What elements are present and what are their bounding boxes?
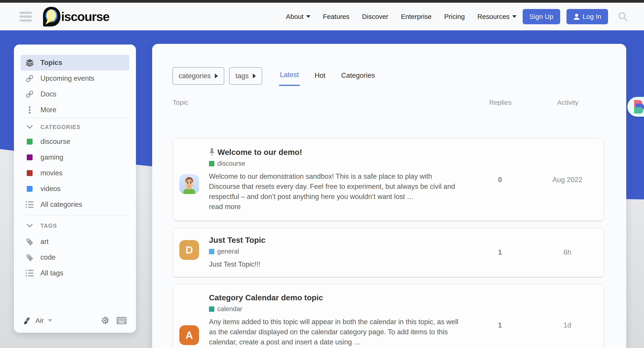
ellipsis-vertical-icon (25, 105, 34, 114)
main-content-card: categories tags Latest Hot Categories To… (152, 44, 626, 348)
nav-resources[interactable]: Resources (477, 13, 516, 21)
chevron-down-icon (25, 223, 34, 228)
sidebar-tag-code[interactable]: code (21, 249, 129, 265)
paintbrush-icon (23, 316, 32, 325)
category-color-swatch (209, 161, 214, 166)
tag-label: code (40, 253, 56, 261)
sidebar: Topics Upcoming events Docs More CATEGO (14, 45, 136, 333)
avatar-illustrated-person[interactable] (179, 174, 199, 194)
layers-icon (25, 58, 34, 67)
discourse-logo-mark (42, 6, 61, 27)
sidebar-item-label: More (40, 106, 56, 114)
nav-features[interactable]: Features (323, 13, 350, 21)
sidebar-item-label: Docs (40, 90, 56, 98)
nav-about[interactable]: About (286, 13, 310, 21)
categories-filter-dropdown[interactable]: categories (172, 67, 224, 85)
primary-nav: About Features Discover Enterprise Prici… (286, 13, 516, 21)
category-name: discourse (217, 160, 245, 167)
sidebar-category-gaming[interactable]: gaming (21, 150, 129, 165)
avatar-letter[interactable]: A (179, 325, 199, 345)
nav-enterprise[interactable]: Enterprise (401, 13, 432, 21)
log-in-button[interactable]: Log In (566, 9, 608, 24)
logo-wordmark: iscourse (61, 9, 109, 24)
theme-brightness-icon[interactable] (100, 316, 110, 325)
person-icon (573, 13, 580, 20)
topic-list-tabs: Latest Hot Categories (272, 66, 383, 86)
theme-picker[interactable]: Air (23, 316, 52, 325)
sidebar-item-label: Topics (40, 59, 62, 67)
tab-hot[interactable]: Hot (314, 67, 326, 85)
sidebar-tag-art[interactable]: art (21, 234, 129, 249)
category-color-swatch (27, 139, 32, 145)
caret-down-icon (306, 15, 310, 18)
topic-row-welcome[interactable]: Welcome to our demo! discourse Welcome t… (172, 138, 604, 221)
browser-top-strip (0, 0, 644, 3)
category-label: videos (40, 185, 61, 193)
activity-time: 6h (532, 248, 603, 256)
column-topic[interactable]: Topic (172, 99, 469, 106)
sidebar-item-docs[interactable]: Docs (21, 86, 129, 102)
column-activity[interactable]: Activity (532, 99, 604, 106)
activity-time: 1d (532, 321, 603, 329)
sidebar-item-topics[interactable]: Topics (21, 55, 129, 71)
topic-category[interactable]: general (209, 248, 464, 255)
topic-table-header: Topic Replies Activity (172, 99, 604, 106)
list-icon (25, 269, 34, 277)
category-color-swatch (27, 154, 32, 160)
sidebar-footer: Air (14, 308, 136, 333)
category-color-swatch (27, 170, 32, 176)
category-color-swatch (27, 186, 32, 192)
sidebar-item-upcoming-events[interactable]: Upcoming events (21, 71, 129, 86)
avatar-letter[interactable]: D (179, 240, 199, 260)
category-color-swatch (209, 306, 214, 312)
category-label: movies (40, 169, 62, 177)
site-header: iscourse About Features Discover Enterpr… (0, 3, 644, 30)
tag-icon (25, 238, 34, 245)
sidebar-category-videos[interactable]: videos (21, 181, 129, 197)
list-icon (25, 201, 34, 208)
keyboard-icon[interactable] (116, 317, 126, 324)
sidebar-category-discourse[interactable]: discourse (21, 134, 129, 150)
topic-title[interactable]: Just Test Topic (209, 236, 464, 245)
tags-filter-dropdown[interactable]: tags (229, 67, 262, 85)
search-icon[interactable] (618, 11, 628, 22)
read-more-link[interactable]: read more (209, 202, 464, 212)
sidebar-all-categories[interactable]: All categories (21, 197, 129, 212)
tab-latest[interactable]: Latest (279, 66, 300, 86)
sidebar-category-movies[interactable]: movies (21, 165, 129, 181)
link-icon (25, 90, 34, 99)
sidebar-divider (21, 215, 129, 215)
topic-row-category-calendar[interactable]: A Category Calendar demo topic calendar … (172, 284, 604, 348)
sidebar-section-categories[interactable]: CATEGORIES (21, 120, 129, 134)
topic-title[interactable]: Welcome to our demo! (209, 148, 464, 157)
tab-categories[interactable]: Categories (340, 67, 376, 85)
topic-excerpt: Just Test Topic!!! (209, 259, 464, 269)
topic-excerpt: Welcome to our demonstration sandbox! Th… (209, 171, 464, 212)
sidebar-section-tags[interactable]: TAGS (21, 218, 129, 234)
nav-discover[interactable]: Discover (362, 13, 388, 21)
theme-name: Air (36, 317, 44, 324)
discourse-logo[interactable]: iscourse (42, 6, 109, 27)
link-icon (25, 74, 34, 83)
topic-category[interactable]: calendar (209, 305, 464, 313)
replies-count: 1 (468, 321, 532, 329)
topic-title[interactable]: Category Calendar demo topic (209, 293, 464, 302)
sign-up-button[interactable]: Sign Up (523, 9, 560, 24)
chevron-down-icon (25, 125, 34, 129)
caret-down-icon (48, 319, 52, 322)
sidebar-item-label: Upcoming events (40, 74, 94, 83)
topic-row-just-test[interactable]: D Just Test Topic general Just Test Topi… (172, 227, 604, 277)
topic-filter-bar: categories tags Latest Hot Categories (172, 66, 626, 86)
topic-list: Welcome to our demo! discourse Welcome t… (172, 138, 604, 348)
sidebar-divider (21, 118, 129, 118)
pinned-icon (209, 148, 215, 156)
category-name: general (217, 248, 239, 255)
topic-category[interactable]: discourse (209, 160, 464, 167)
column-replies[interactable]: Replies (469, 99, 532, 106)
sidebar-item-more[interactable]: More (21, 102, 129, 118)
category-label: gaming (40, 153, 63, 161)
read-more-link[interactable]: read more (209, 347, 464, 348)
hamburger-menu-icon[interactable] (19, 12, 32, 22)
nav-pricing[interactable]: Pricing (444, 13, 465, 21)
sidebar-all-tags[interactable]: All tags (21, 265, 129, 281)
